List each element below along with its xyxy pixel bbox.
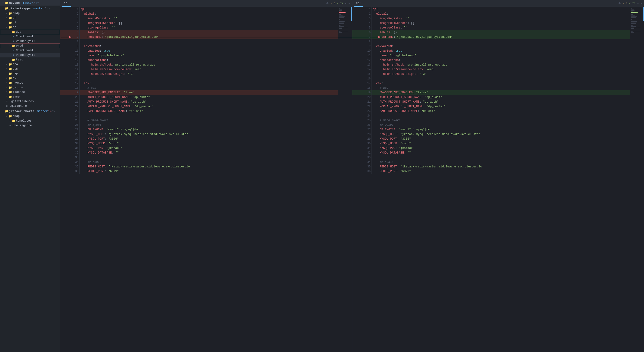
line-content: ## redis: [372, 160, 630, 164]
line-num: 36: [60, 169, 80, 174]
diff-panel-right: dp: 👁 ⚠ 6 ✓ 76 ∧ ⋯ 1 dp: 2 global:: [352, 0, 644, 352]
folder-icon-templates: 📁: [12, 119, 15, 123]
line-content: hostname: "jkstack.dev.jingkunsystem.com…: [80, 35, 338, 39]
line-num: 32: [352, 150, 372, 155]
line-content: PORTAL_PRODUCT_SHORT_NAME: "dp_portal": [372, 104, 630, 109]
line-num: 10: [60, 49, 80, 53]
label-gitattributes: .gitattributes: [10, 100, 34, 103]
line-content: dp:: [372, 7, 630, 12]
sidebar-item-df[interactable]: 📁 df: [0, 16, 60, 20]
panel-tab-left[interactable]: dp:: [62, 0, 71, 7]
sidebar-item-dv[interactable]: 📁 dv: [0, 76, 60, 81]
line-num: 12: [352, 58, 372, 63]
chevron-df: [5, 17, 8, 20]
sidebar-item-test[interactable]: 📁 test: [0, 57, 60, 62]
line-num: 9: [352, 44, 372, 49]
line-content: # middleware: [80, 118, 338, 123]
line-num: 18: [352, 86, 372, 90]
label-templates: templates: [16, 119, 32, 122]
diff-content-left[interactable]: 1 dp: 2 global: 3 imageRegistry: "" 4 im…: [60, 7, 338, 352]
sidebar-item-samp[interactable]: 📁 samp: [0, 94, 60, 99]
line-content: SWAGGER_API_ENABLED: "false": [372, 90, 630, 95]
sidebar-item-dsp[interactable]: 📁 dsp: [0, 71, 60, 76]
sidebar-item-jkflow[interactable]: 📁 jkflow: [0, 85, 60, 90]
more-icon-left[interactable]: ⋯: [348, 2, 350, 5]
label-jkflow: jkflow: [13, 86, 23, 89]
chevron-cmdp2: [5, 115, 8, 118]
line-content: imageRegistry: "": [80, 16, 338, 21]
sidebar-item-chart-dev[interactable]: ≡ Chart.yaml: [0, 34, 60, 39]
line-content: lables: {}: [80, 30, 338, 35]
line-num: 1: [60, 7, 80, 12]
line-num: 8: [352, 39, 372, 44]
chevron-jkstack-apps: [2, 7, 5, 10]
line-num: 31: [60, 146, 80, 150]
line-content: annotations:: [80, 58, 338, 63]
label-license: license: [13, 91, 25, 94]
diff-container: dp: 👁 ⚠ 6 ✓ 74 ∧ ⋯ 1 dp: 2 global:: [60, 0, 644, 352]
line-num: 7: [352, 35, 372, 39]
line-num: 9: [60, 44, 80, 49]
line-num: 6: [60, 30, 80, 35]
label-cmdp2: cmdp: [13, 115, 20, 118]
sidebar: 📁 devops master / ↺ ✎ 📁 jkstack-apps mas…: [0, 0, 60, 352]
sidebar-item-gitattributes[interactable]: ≡ .gitattributes: [0, 99, 60, 104]
sidebar-item-dev[interactable]: 📂 dev: [0, 30, 60, 34]
sidebar-item-dpa[interactable]: 📁 dpa: [0, 62, 60, 67]
expand-icon-left[interactable]: ∧: [345, 2, 347, 5]
label-chart-dev: Chart.yaml: [16, 35, 33, 38]
line-num: 35: [352, 164, 372, 169]
diff-panel-left: dp: 👁 ⚠ 6 ✓ 74 ∧ ⋯ 1 dp: 2 global:: [60, 0, 352, 352]
sidebar-item-cmdp[interactable]: 📁 cmdp: [0, 11, 60, 16]
line-num: 2: [60, 12, 80, 16]
panel-tab-right[interactable]: dp:: [354, 0, 363, 7]
sidebar-item-chart-prod[interactable]: ≡ Chart.yaml: [0, 48, 60, 53]
sidebar-item-jkexec[interactable]: 📁 jkexec: [0, 81, 60, 85]
repo-devops[interactable]: 📁 devops master / ↺ ✎: [0, 0, 60, 6]
line-num: 26: [352, 123, 372, 127]
line-num: 27: [60, 127, 80, 132]
sidebar-item-cmdp2[interactable]: 📁 cmdp: [0, 114, 60, 119]
chevron-devops: [2, 1, 5, 5]
line-num: 2: [352, 12, 372, 16]
expand-icon-right[interactable]: ∧: [637, 2, 639, 5]
sidebar-item-prod[interactable]: 📂 prod: [0, 44, 60, 48]
line-content: [372, 39, 630, 44]
sidebar-item-values-prod[interactable]: ≡ values.yaml: [0, 53, 60, 57]
panel-actions-right: 👁 ⚠ 6 ✓ 76 ∧ ⋯: [618, 2, 642, 5]
chevron-dp: [5, 26, 8, 29]
chevron-dpa: [5, 63, 8, 66]
line-num: 23: [352, 109, 372, 113]
folder-icon-samp: 📁: [8, 95, 12, 99]
hide-icon-right[interactable]: 👁: [618, 2, 621, 5]
sidebar-item-gitignore[interactable]: ≡ .gitignore: [0, 104, 60, 108]
more-icon-right[interactable]: ⋯: [640, 2, 642, 5]
sidebar-item-templates[interactable]: 📁 templates: [0, 119, 60, 123]
hide-icon-left[interactable]: 👁: [326, 2, 329, 5]
line-num: 12: [60, 58, 80, 63]
chevron-templates: [8, 119, 12, 122]
line-num: 5: [60, 26, 80, 30]
line-content: helm.sh/resource-policy: keep: [80, 67, 338, 72]
folder-icon-test: 📁: [12, 58, 15, 62]
repo-jkstack-apps[interactable]: 📁 jkstack-apps master / ↺ ✎: [0, 6, 60, 11]
line-content: PORTAL_PRODUCT_SHORT_NAME: "dp_portal": [80, 104, 338, 109]
sidebar-item-values-dev[interactable]: ≡ values.yaml: [0, 39, 60, 44]
repo-jkstack-charts[interactable]: 📁 jkstack-charts master 1↓ / ✎: [0, 108, 60, 114]
line-content: REDIS_HOST: "jkstack-redis-master.middle…: [80, 164, 338, 169]
sidebar-item-di[interactable]: 📁 di: [0, 20, 60, 25]
diff-content-right[interactable]: 1 dp: 2 global: 3 imageRegistry: "" 4 im…: [352, 7, 630, 352]
git-icon-helmignore: ≡: [8, 124, 12, 127]
line-num: 27: [352, 127, 372, 132]
sidebar-item-helmignore[interactable]: ≡ .helmignore: [0, 123, 60, 128]
sidebar-item-dsm[interactable]: 📁 dsm: [0, 67, 60, 71]
folder-icon-cmdp: 📁: [8, 12, 12, 15]
sidebar-item-dp[interactable]: 📁 dp: [0, 25, 60, 30]
line-num: 22: [352, 104, 372, 109]
line-num: 29: [60, 137, 80, 141]
panel-header-left: dp: 👁 ⚠ 6 ✓ 74 ∧ ⋯: [60, 0, 352, 7]
sidebar-item-license[interactable]: 📁 license: [0, 90, 60, 94]
line-num: 4: [60, 21, 80, 26]
line-num: 33: [352, 155, 372, 160]
chevron-test: [8, 58, 12, 61]
